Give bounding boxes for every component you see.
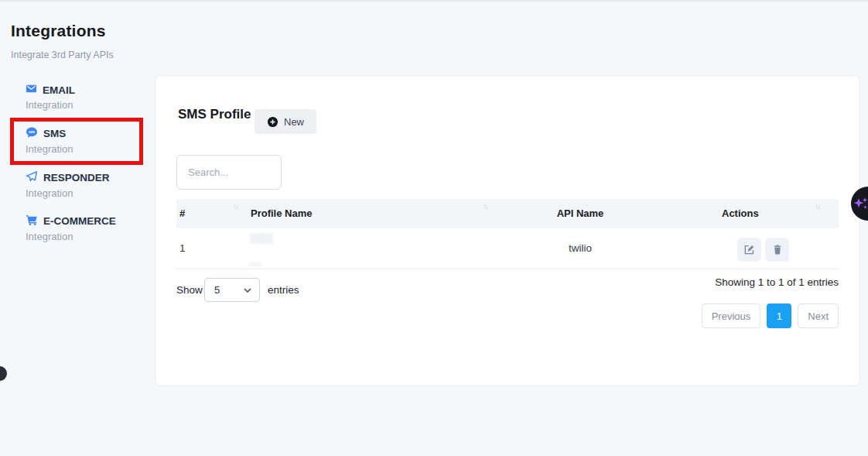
- sidebar-item-label: E-COMMERCE: [43, 215, 116, 227]
- annotation-highlight-box: [10, 118, 143, 165]
- new-button-label: New: [284, 116, 304, 128]
- delete-button[interactable]: [765, 238, 789, 262]
- column-header-api-name[interactable]: API Name: [557, 207, 604, 219]
- plus-circle-icon: [267, 116, 279, 128]
- shopping-cart-icon: [26, 214, 38, 228]
- sidebar-item-sublabel: Integration: [26, 187, 149, 199]
- page-title: Integrations: [11, 22, 106, 40]
- sidebar-item-sublabel: Integration: [26, 99, 149, 111]
- column-header-actions[interactable]: Actions: [722, 207, 759, 219]
- column-header-profile-name[interactable]: Profile Name: [251, 207, 312, 219]
- entries-select[interactable]: 5: [204, 278, 260, 302]
- sidebar-item-responder[interactable]: RESPONDER Integration: [26, 170, 149, 199]
- cell-profile-name-redacted: [250, 233, 273, 244]
- edit-button[interactable]: [737, 238, 761, 262]
- sidebar-item-label: EMAIL: [43, 84, 75, 96]
- cell-index: 1: [179, 242, 186, 254]
- pagination: Previous 1 Next: [702, 303, 839, 328]
- sidebar-item-email[interactable]: EMAIL Integration: [26, 83, 149, 111]
- sort-icon[interactable]: ↑↓: [483, 202, 487, 211]
- next-page-button[interactable]: Next: [798, 303, 839, 328]
- edit-icon: [743, 244, 755, 255]
- sort-icon[interactable]: ↑↓: [815, 202, 819, 211]
- entries-select-value: 5: [214, 284, 220, 296]
- cell-profile-name-redacted-2: [248, 262, 261, 266]
- new-button[interactable]: New: [255, 109, 316, 134]
- table-row-divider: [176, 269, 839, 269]
- paper-plane-icon: [26, 170, 38, 185]
- sort-icon[interactable]: ↑↓: [233, 202, 238, 211]
- show-label: Show: [176, 284, 203, 296]
- cell-api-name: twilio: [569, 242, 592, 254]
- sidebar-item-sublabel: Integration: [26, 231, 149, 242]
- panel-title: SMS Profile: [178, 107, 251, 122]
- table-info-text: Showing 1 to 1 of 1 entries: [715, 276, 839, 288]
- integrations-page: Integrations Integrate 3rd Party APIs EM…: [0, 0, 868, 456]
- entries-label: entries: [268, 284, 299, 296]
- envelope-icon: [26, 83, 37, 97]
- search-input[interactable]: [176, 155, 282, 190]
- page-1-button[interactable]: 1: [767, 303, 791, 328]
- chevron-down-icon: [244, 288, 251, 293]
- sidebar-item-label: RESPONDER: [43, 172, 110, 183]
- sparkles-icon: [853, 195, 868, 212]
- previous-page-button[interactable]: Previous: [702, 303, 761, 328]
- column-header-index[interactable]: #: [179, 207, 185, 219]
- sidebar-item-ecommerce[interactable]: E-COMMERCE Integration: [26, 214, 149, 242]
- left-edge-dot[interactable]: [0, 366, 7, 381]
- page-subtitle: Integrate 3rd Party APIs: [11, 50, 114, 60]
- trash-icon: [772, 244, 783, 255]
